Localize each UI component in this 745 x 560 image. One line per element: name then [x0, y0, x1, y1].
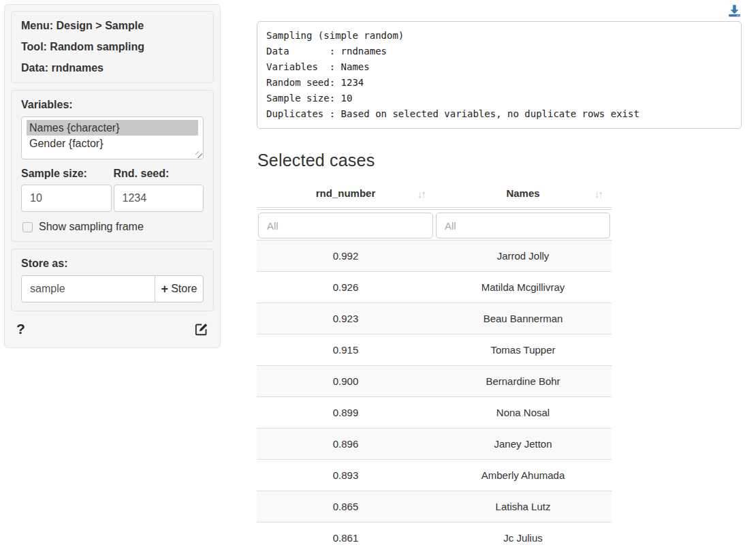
column-header-names[interactable]: Names ↓↑: [434, 179, 612, 208]
variable-option-names[interactable]: Names {character}: [27, 120, 198, 136]
store-panel: Store as: + Store: [11, 249, 214, 311]
table-row: 0.893 Amberly Ahumada: [257, 460, 612, 491]
filter-input-rnd-number[interactable]: [258, 213, 433, 238]
cell-rnd-number: 0.900: [257, 366, 434, 397]
cell-name: Tomas Tupper: [434, 335, 612, 366]
dataset-name: Data: rndnames: [21, 62, 204, 74]
cell-rnd-number: 0.915: [257, 335, 434, 366]
sidebar-footer: ?: [11, 318, 214, 337]
cell-rnd-number: 0.923: [257, 303, 434, 335]
cell-rnd-number: 0.861: [257, 523, 434, 554]
cell-rnd-number: 0.899: [257, 397, 434, 429]
variable-option-gender[interactable]: Gender {factor}: [27, 136, 198, 151]
sort-icon[interactable]: ↓↑: [595, 187, 602, 199]
size-seed-row: Sample size: Rnd. seed:: [21, 168, 204, 212]
store-button-label: Store: [171, 283, 197, 295]
cell-rnd-number: 0.926: [257, 272, 434, 303]
menu-path: Menu: Design > Sample: [21, 20, 204, 32]
sampling-summary-output: Sampling (simple random) Data : rndnames…: [257, 21, 742, 129]
variables-label: Variables:: [21, 99, 204, 111]
cell-rnd-number: 0.893: [257, 460, 434, 491]
cell-name: Jarrod Jolly: [434, 240, 612, 272]
cell-name: Jc Julius: [434, 523, 612, 554]
cell-rnd-number: 0.865: [257, 491, 434, 523]
cell-name: Bernardine Bohr: [434, 366, 612, 397]
cell-name: Beau Bannerman: [434, 303, 612, 335]
context-panel: Menu: Design > Sample Tool: Random sampl…: [11, 11, 214, 83]
table-filter-row: [257, 208, 612, 240]
help-icon[interactable]: ?: [16, 321, 25, 337]
edit-icon[interactable]: [195, 322, 208, 336]
show-sampling-frame-row: Show sampling frame: [21, 221, 204, 233]
selected-cases-heading: Selected cases: [257, 151, 375, 170]
table-row: 0.923 Beau Bannerman: [257, 303, 612, 335]
rnd-seed-label: Rnd. seed:: [114, 168, 204, 180]
download-icon[interactable]: [728, 4, 741, 17]
app-window: Menu: Design > Sample Tool: Random sampl…: [0, 0, 745, 560]
selected-cases-table: rnd_number ↓↑ Names ↓↑ 0.992 Jarrod Jol: [257, 179, 612, 554]
plus-icon: +: [161, 283, 169, 295]
table-header-row: rnd_number ↓↑ Names ↓↑: [257, 179, 612, 208]
filter-input-names[interactable]: [436, 213, 610, 238]
store-name-input[interactable]: [21, 275, 155, 302]
table-row: 0.896 Janey Jetton: [257, 429, 612, 460]
cell-name: Matilda Mcgillivray: [434, 272, 612, 303]
cell-rnd-number: 0.992: [257, 240, 434, 272]
table-row: 0.992 Jarrod Jolly: [257, 240, 612, 272]
controls-panel: Variables: Names {character} Gender {fac…: [11, 90, 214, 242]
table-row: 0.861 Jc Julius: [257, 523, 612, 554]
cell-name: Amberly Ahumada: [434, 460, 612, 491]
sort-icon[interactable]: ↓↑: [417, 187, 425, 199]
sample-size-input[interactable]: [21, 185, 112, 212]
store-button[interactable]: + Store: [155, 275, 204, 302]
tool-name: Tool: Random sampling: [21, 41, 204, 53]
column-header-label: rnd_number: [316, 187, 376, 199]
cell-name: Janey Jetton: [434, 429, 612, 460]
rnd-seed-input[interactable]: [114, 185, 204, 212]
table-row: 0.865 Latisha Lutz: [257, 491, 612, 523]
table-row: 0.899 Nona Nosal: [257, 397, 612, 429]
table-row: 0.900 Bernardine Bohr: [257, 366, 612, 397]
resize-handle-icon[interactable]: [195, 151, 202, 158]
column-header-rnd-number[interactable]: rnd_number ↓↑: [257, 179, 434, 208]
sample-size-label: Sample size:: [21, 168, 112, 180]
cell-name: Nona Nosal: [434, 397, 612, 429]
cell-name: Latisha Lutz: [434, 491, 612, 523]
store-as-label: Store as:: [21, 258, 204, 270]
table-row: 0.915 Tomas Tupper: [257, 335, 612, 366]
column-header-label: Names: [506, 187, 539, 199]
sidebar: Menu: Design > Sample Tool: Random sampl…: [4, 4, 221, 348]
variables-listbox[interactable]: Names {character} Gender {factor}: [21, 116, 204, 159]
show-sampling-frame-checkbox[interactable]: [22, 222, 33, 232]
table-row: 0.926 Matilda Mcgillivray: [257, 272, 612, 303]
cell-rnd-number: 0.896: [257, 429, 434, 460]
show-sampling-frame-label: Show sampling frame: [39, 221, 144, 233]
main-panel: Sampling (simple random) Data : rndnames…: [257, 0, 742, 560]
